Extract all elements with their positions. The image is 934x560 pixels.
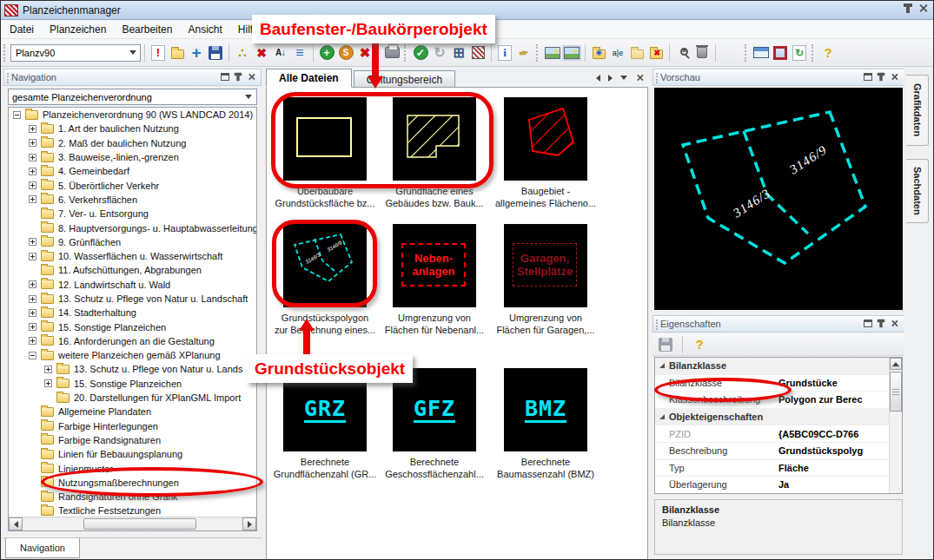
tree-item[interactable]: Farbige Randsignaturen: [9, 433, 256, 447]
add-circle-icon[interactable]: +: [317, 43, 336, 63]
tree-item[interactable]: 14. Stadterhaltung: [9, 306, 256, 320]
hatch-pattern-icon[interactable]: [468, 43, 487, 63]
tree-item[interactable]: 16. Anforderungen an die Gestaltung: [9, 334, 256, 348]
help-icon[interactable]: ?: [818, 43, 838, 63]
tab-sachdaten[interactable]: Sachdaten: [906, 159, 929, 223]
tree-item[interactable]: 8. Hauptversorgungs- u. Hauptabwasserlei…: [9, 221, 256, 234]
navigation-dock-tab[interactable]: Navigation: [5, 538, 80, 558]
tile-garagen-stellplaetze[interactable]: Garagen,Stellplätze: [504, 224, 587, 307]
find-abc-icon[interactable]: [673, 43, 692, 63]
horizontal-scrollbar[interactable]: [9, 517, 256, 530]
scroll-tabs-right-icon[interactable]: [608, 75, 613, 82]
scroll-right-icon[interactable]: [242, 517, 256, 530]
tree-item[interactable]: 13. Schutz u. Pflege von Natur u. Landsc…: [9, 292, 256, 306]
refresh-icon[interactable]: ↻: [430, 43, 449, 63]
image-icon[interactable]: [543, 43, 562, 63]
tile-nebenanlagen[interactable]: Neben-anlagen: [393, 224, 476, 307]
check-circle-icon[interactable]: ✓: [411, 43, 430, 63]
property-row-pzid[interactable]: PZID{A5BC09CC-D766: [655, 425, 902, 443]
delete-x-icon[interactable]: ✖: [252, 43, 271, 63]
pin-icon[interactable]: [879, 73, 882, 81]
menu-ansicht[interactable]: Ansicht: [181, 23, 229, 36]
tree-item[interactable]: Allgemeine Plandaten: [9, 405, 256, 418]
scheme-dropdown[interactable]: gesamte Planzeichenverordnung: [8, 89, 257, 105]
scrollbar-thumb[interactable]: [83, 518, 196, 530]
tile-bmz[interactable]: BMZ: [504, 368, 587, 451]
menu-planzeichen[interactable]: Planzeichen: [43, 23, 113, 36]
property-group[interactable]: Objekteigenschaften: [655, 409, 902, 426]
rename-icon[interactable]: a|e: [608, 43, 627, 63]
tree-item[interactable]: 20. Darstellungen für XPlanGML Import: [9, 391, 256, 405]
scroll-up-icon[interactable]: [890, 358, 902, 370]
tree-item[interactable]: 15. Sonstige Planzeichen: [9, 320, 256, 333]
tab-grafikdaten[interactable]: Grafikdaten: [906, 75, 929, 146]
menu-datei[interactable]: Datei: [3, 23, 41, 36]
property-row-beschreibung[interactable]: BeschreibungGrundstückspolyg: [655, 443, 902, 460]
property-group[interactable]: Bilanzklasse: [655, 358, 902, 375]
close-icon[interactable]: [891, 320, 898, 327]
square-red-icon[interactable]: [771, 43, 790, 63]
new-file-icon[interactable]: !: [149, 43, 168, 63]
tree-item[interactable]: 3. Bauweise,-linien,-grenzen: [9, 150, 256, 164]
property-row-typ[interactable]: TypFläche: [655, 460, 902, 478]
close-icon[interactable]: [636, 74, 644, 82]
tree-item[interactable]: 6. Verkehrsflächen: [9, 193, 256, 207]
tree-item[interactable]: Planzeichenverordnung 90 (WS LANDCAD 201…: [9, 108, 256, 122]
pin-icon[interactable]: [879, 320, 882, 327]
menu-bearbeiten[interactable]: Bearbeiten: [115, 23, 179, 36]
image-framed-icon[interactable]: [562, 43, 581, 63]
scroll-left-icon[interactable]: [9, 517, 23, 530]
pin-icon[interactable]: [906, 3, 910, 13]
property-row-ueberlagerung[interactable]: ÜberlagerungJa: [655, 477, 902, 494]
tab-alle-dateien[interactable]: Alle Dateien: [266, 69, 352, 88]
vertical-scrollbar[interactable]: [889, 358, 902, 493]
tree-item[interactable]: Farbige Hinterlegungen: [9, 419, 256, 433]
tab-list-icon[interactable]: [620, 76, 627, 80]
tree-item[interactable]: 4. Gemeinbedarf: [9, 164, 256, 178]
page-refresh-icon[interactable]: ↻: [790, 43, 809, 63]
s-circle-icon[interactable]: S: [336, 43, 355, 63]
list-icon[interactable]: ≡: [290, 43, 309, 63]
tree-item[interactable]: 2. Maß der baulichen Nutzung: [9, 136, 256, 150]
preset-dropdown[interactable]: Planzv90: [10, 44, 141, 62]
scroll-tabs-left-icon[interactable]: [596, 75, 600, 82]
tree-item[interactable]: 11. Aufschüttungen, Abgrabungen: [9, 263, 256, 277]
tree-item[interactable]: Linien für Bebauungsplanung: [9, 447, 256, 461]
tree-item[interactable]: 7. Ver- u. Entsorgung: [9, 207, 256, 221]
tree-item[interactable]: weitere Planzeichen gemäß XPlanung: [9, 348, 256, 362]
open-folder-icon[interactable]: [168, 43, 187, 63]
tree-item[interactable]: 13. Schutz u. Pflege von Natur u. Lands: [9, 362, 256, 376]
tile-baugebiet[interactable]: [504, 97, 587, 181]
tile-caption: ÜberbaubareGrundstücksfläche bz...: [271, 185, 379, 209]
tree-item[interactable]: 12. Landwirtschaft u. Wald: [9, 278, 256, 292]
print-icon[interactable]: [382, 43, 401, 63]
new-folder-icon[interactable]: [589, 43, 608, 63]
float-window-icon[interactable]: [864, 320, 872, 327]
tree-item[interactable]: 5. Überörtlicher Verkehr: [9, 178, 256, 192]
save-icon[interactable]: [206, 43, 225, 63]
close-icon[interactable]: [248, 73, 255, 81]
delete-folder-icon[interactable]: [646, 43, 666, 63]
help-icon[interactable]: ?: [690, 335, 709, 354]
callout-grundstuecksobjekt: Grundstücksobjekt: [247, 354, 413, 383]
tree-item[interactable]: 9. Grünflächen: [9, 235, 256, 249]
trash-icon[interactable]: [692, 43, 712, 63]
float-window-icon[interactable]: [864, 73, 872, 81]
window-blue-icon[interactable]: [752, 43, 771, 63]
hierarchy-icon[interactable]: ∴: [233, 43, 252, 63]
paste-folder-icon[interactable]: [627, 43, 646, 63]
split-window-icon[interactable]: ⊞: [449, 43, 468, 63]
tree-item[interactable]: 10. Wasserflächen u. Wasserwirtschaft: [9, 249, 256, 263]
float-window-icon[interactable]: [221, 73, 229, 81]
scrollbar-thumb[interactable]: [890, 372, 902, 412]
sort-az-icon[interactable]: A↓: [271, 43, 290, 63]
close-icon[interactable]: [918, 3, 928, 13]
pin-icon[interactable]: [236, 73, 239, 81]
tree-item[interactable]: 1. Art der baulichen Nutzung: [9, 122, 256, 135]
wand-icon[interactable]: ✒: [513, 42, 534, 63]
info-page-icon[interactable]: i: [495, 43, 514, 63]
tree-item[interactable]: 15. Sonstige Planzeichen: [9, 377, 256, 391]
annotation-ellipse-bilanzklasse: [654, 378, 792, 402]
close-icon[interactable]: [891, 73, 898, 81]
add-icon[interactable]: +: [187, 43, 206, 63]
